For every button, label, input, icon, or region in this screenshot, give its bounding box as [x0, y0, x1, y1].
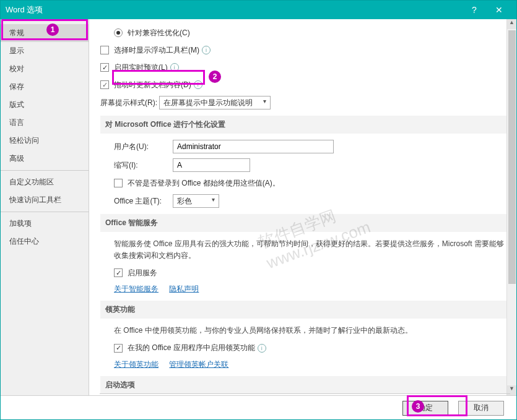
initials-input[interactable]: [173, 158, 250, 172]
annotation-badge-3: 3: [412, 400, 424, 413]
sidebar-item-layout[interactable]: 版式: [1, 96, 89, 114]
live-preview-label: 启用实时预览(L): [114, 62, 168, 73]
sidebar-item-proofing[interactable]: 校对: [1, 60, 89, 78]
content-panel: 针对兼容性优化(C) 选择时显示浮动工具栏(M) i 启用实时预览(L) i 拖…: [89, 19, 516, 395]
ok-button[interactable]: 确定: [402, 401, 448, 416]
sidebar-item-advanced[interactable]: 高级: [1, 150, 89, 168]
row-enable-services: 启用服务: [100, 267, 506, 279]
info-icon[interactable]: i: [202, 46, 211, 54]
tip-style-label: 屏幕提示样式(R):: [100, 98, 159, 108]
sidebar-separator: [1, 212, 89, 212]
sidebar-item-customize-ribbon[interactable]: 自定义功能区: [1, 173, 89, 191]
section-linkedin: 领英功能: [100, 301, 506, 319]
sidebar-item-general[interactable]: 常规: [1, 24, 89, 42]
help-button[interactable]: ?: [462, 5, 487, 15]
sidebar-item-quick-access[interactable]: 快速访问工具栏: [1, 191, 89, 209]
row-drag-update: 拖动时更新文档内容(D) i: [100, 79, 506, 91]
content-footer-separator: [100, 393, 510, 394]
enable-linkedin-checkbox[interactable]: [114, 344, 123, 353]
row-live-preview: 启用实时预览(L) i: [100, 61, 506, 74]
sidebar-item-addins[interactable]: 加载项: [1, 215, 89, 233]
section-personalize: 对 Microsoft Office 进行个性化设置: [100, 116, 506, 134]
info-icon[interactable]: i: [170, 63, 179, 72]
section-intelligent: Office 智能服务: [100, 214, 506, 232]
drag-update-label: 拖动时更新文档内容(D): [114, 80, 191, 90]
dialog-footer: 确定 取消: [1, 395, 516, 420]
manage-linkedin-link[interactable]: 管理领英帐户关联: [169, 360, 228, 369]
row-enable-linkedin: 在我的 Office 应用程序中启用领英功能 i: [100, 342, 506, 354]
annotation-badge-2: 2: [209, 71, 221, 83]
sidebar-item-trust-center[interactable]: 信任中心: [1, 233, 89, 251]
dialog-body: 常规 显示 校对 保存 版式 语言 轻松访问 高级 自定义功能区 快速访问工具栏…: [1, 19, 516, 395]
theme-dropdown[interactable]: 彩色: [173, 194, 219, 208]
compat-optimize-label: 针对兼容性优化(C): [128, 28, 190, 38]
privacy-link[interactable]: 隐私声明: [169, 285, 199, 293]
sidebar-item-language[interactable]: 语言: [1, 114, 89, 132]
enable-services-checkbox[interactable]: [114, 268, 123, 277]
row-tip-style: 屏幕提示样式(R): 在屏幕提示中显示功能说明: [100, 96, 506, 109]
row-theme: Office 主题(T): 彩色: [100, 194, 506, 208]
linkedin-desc: 在 Office 中使用领英功能，与你的专业人员网络保持联系，并随时了解行业中的…: [114, 325, 506, 336]
about-intelligent-link[interactable]: 关于智能服务: [114, 285, 159, 293]
theme-label: Office 主题(T):: [114, 196, 173, 207]
initials-label: 缩写(I):: [114, 160, 173, 171]
username-label: 用户名(U):: [114, 142, 173, 152]
section-startup: 启动选项: [100, 376, 506, 394]
row-initials: 缩写(I):: [100, 158, 506, 172]
enable-linkedin-label: 在我的 Office 应用程序中启用领英功能: [128, 343, 255, 353]
options-dialog: Word 选项 ? ✕ 常规 显示 校对 保存 版式 语言 轻松访问 高级 自定…: [0, 0, 517, 420]
intelligent-desc: 智能服务使 Office 应用具有云的强大功能，可帮助节约时间，获得更好的结果。…: [114, 238, 506, 262]
row-always-use: 不管是否登录到 Office 都始终使用这些值(A)。: [100, 177, 506, 189]
enable-services-label: 启用服务: [128, 268, 157, 278]
row-compat: 针对兼容性优化(C): [100, 27, 506, 39]
annotation-badge-1: 1: [46, 24, 59, 36]
float-toolbar-label: 选择时显示浮动工具栏(M): [114, 45, 199, 56]
sidebar-separator: [1, 170, 89, 171]
row-username: 用户名(U):: [100, 140, 506, 153]
info-icon[interactable]: i: [194, 80, 202, 89]
sidebar-item-easy-access[interactable]: 轻松访问: [1, 132, 89, 150]
username-input[interactable]: [173, 140, 334, 153]
info-icon[interactable]: i: [258, 344, 266, 353]
intelligent-links: 关于智能服务 隐私声明: [114, 284, 506, 294]
sidebar-item-display[interactable]: 显示: [1, 42, 89, 60]
scroll-thumb[interactable]: [508, 30, 516, 284]
about-linkedin-link[interactable]: 关于领英功能: [114, 360, 159, 369]
always-use-checkbox[interactable]: [114, 179, 123, 187]
float-toolbar-checkbox[interactable]: [100, 46, 109, 54]
live-preview-checkbox[interactable]: [100, 63, 109, 72]
window-title: Word 选项: [6, 4, 462, 15]
sidebar-item-save[interactable]: 保存: [1, 78, 89, 96]
row-float-toolbar: 选择时显示浮动工具栏(M) i: [100, 44, 506, 56]
sidebar: 常规 显示 校对 保存 版式 语言 轻松访问 高级 自定义功能区 快速访问工具栏…: [1, 19, 89, 395]
compat-optimize-radio[interactable]: [114, 28, 123, 37]
vertical-scrollbar[interactable]: ▲ ▼: [506, 19, 516, 395]
scroll-up-icon[interactable]: ▲: [507, 19, 516, 29]
close-button[interactable]: ✕: [487, 5, 511, 15]
drag-update-checkbox[interactable]: [100, 80, 109, 89]
linkedin-links: 关于领英功能 管理领英帐户关联: [114, 359, 506, 370]
cancel-button[interactable]: 取消: [458, 401, 504, 416]
titlebar: Word 选项 ? ✕: [1, 1, 516, 19]
tip-style-dropdown[interactable]: 在屏幕提示中显示功能说明: [159, 96, 271, 109]
always-use-label: 不管是否登录到 Office 都始终使用这些值(A)。: [128, 178, 280, 189]
